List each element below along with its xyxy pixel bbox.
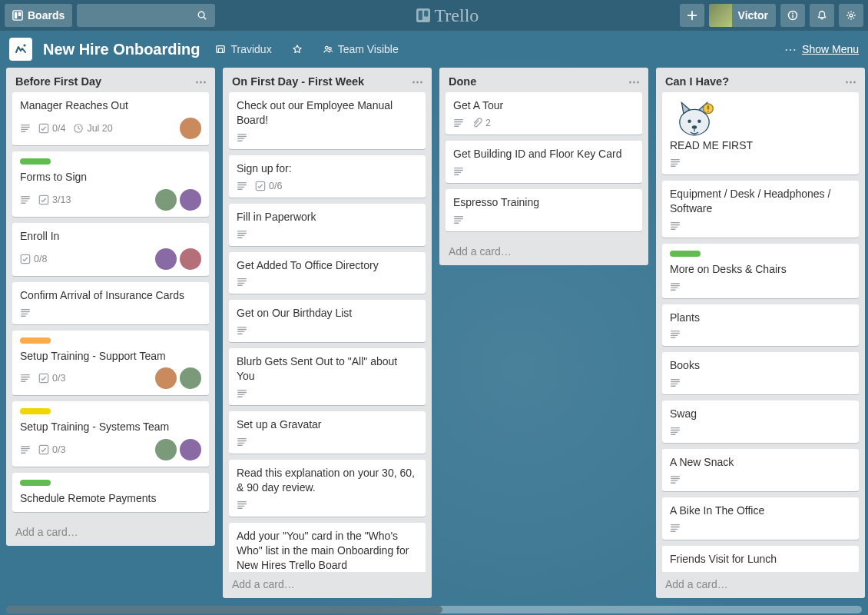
description-icon (237, 437, 247, 447)
member-avatar[interactable] (180, 189, 201, 211)
card[interactable]: Espresso Training (446, 189, 642, 231)
board-header: New Hire Onboarding Travidux Team Visibl… (0, 31, 868, 68)
card[interactable]: Books (662, 352, 859, 394)
board-title[interactable]: New Hire Onboarding (43, 41, 200, 58)
card-title: Confirm Arrival of Insurance Cards (20, 288, 201, 303)
horizontal-scrollbar[interactable] (6, 606, 862, 613)
card-title: A New Snack (670, 455, 851, 470)
card[interactable]: Set up a Gravatar (229, 411, 426, 454)
trello-logo[interactable]: Trello (416, 5, 479, 26)
member-avatar[interactable] (180, 367, 201, 389)
card[interactable]: READ ME FIRST (662, 92, 859, 175)
card-badges (237, 277, 418, 288)
list-menu-button[interactable]: ⋯ (845, 75, 857, 88)
svg-rect-13 (217, 46, 225, 53)
add-card-button[interactable]: Add a card… (439, 239, 648, 265)
card[interactable]: Get A Tour2 (446, 92, 642, 135)
svg-point-11 (850, 14, 853, 17)
card[interactable]: Enroll In0/8 (12, 223, 209, 276)
list-header[interactable]: Can I Have?⋯ (656, 68, 865, 92)
card[interactable]: Sign up for:0/6 (229, 155, 426, 198)
checklist-badge: 0/8 (20, 254, 47, 264)
card[interactable]: A New Snack (662, 449, 859, 491)
user-menu[interactable]: Victor (709, 4, 776, 27)
card[interactable]: Schedule Remote Payments (12, 473, 209, 512)
card[interactable]: Read this explanation on your 30, 60, & … (229, 460, 426, 517)
member-avatar[interactable] (155, 189, 177, 211)
checklist-badge: 0/3 (38, 373, 65, 384)
list-header[interactable]: Before First Day⋯ (6, 68, 215, 92)
list: Before First Day⋯Manager Reaches Out0/4J… (6, 68, 215, 546)
svg-rect-10 (792, 15, 793, 18)
card-members (180, 118, 201, 139)
member-avatar[interactable] (180, 439, 201, 460)
card[interactable]: Get on Our Birthday List (229, 300, 426, 342)
bell-icon (817, 10, 827, 21)
description-icon (237, 132, 247, 143)
list-menu-button[interactable]: ⋯ (195, 75, 207, 88)
member-avatar[interactable] (180, 248, 201, 270)
create-button[interactable] (680, 4, 704, 27)
card-title: Blurb Gets Sent Out to "All" about You (237, 354, 418, 384)
card[interactable]: Friends Visit for Lunch (662, 546, 859, 572)
info-button[interactable] (780, 4, 805, 27)
card[interactable]: Add your "You" card in the "Who's Who" l… (229, 523, 426, 572)
card[interactable]: Manager Reaches Out0/4Jul 20 (12, 92, 209, 145)
card[interactable]: More on Desks & Chairs (662, 244, 859, 298)
add-card-button[interactable]: Add a card… (6, 520, 215, 546)
card-title: Sign up for: (237, 161, 418, 176)
label-orange (20, 337, 51, 344)
svg-rect-2 (18, 12, 22, 16)
card-title: Espresso Training (453, 195, 634, 210)
card[interactable]: Forms to Sign3/13 (12, 151, 209, 217)
boards-button[interactable]: Boards (5, 4, 72, 27)
member-avatar[interactable] (155, 248, 177, 270)
notifications-button[interactable] (810, 4, 834, 27)
card[interactable]: Get Building ID and Floor Key Card (446, 141, 642, 183)
add-card-button[interactable]: Add a card… (656, 572, 865, 598)
card[interactable]: Setup Training - Support Team0/3 (12, 331, 209, 396)
card-title: Check out our Employee Manual Board! (237, 98, 418, 128)
card[interactable]: Plants (662, 304, 859, 347)
star-button[interactable] (287, 41, 307, 58)
list-header[interactable]: Done⋯ (439, 68, 648, 92)
description-icon (670, 474, 681, 485)
card[interactable]: Swag (662, 401, 859, 443)
card-badges (237, 388, 418, 399)
visibility-button[interactable]: Team Visible (318, 40, 403, 58)
team-icon (323, 44, 333, 55)
member-avatar[interactable] (155, 367, 177, 389)
card[interactable]: Check out our Employee Manual Board! (229, 92, 426, 149)
card[interactable]: Blurb Gets Sent Out to "All" about You (229, 348, 426, 405)
card-badges (670, 426, 851, 437)
card[interactable]: Equipment / Desk / Headphones / Software (662, 181, 859, 238)
card[interactable]: A Bike In The Office (662, 497, 859, 540)
card[interactable]: Fill in Paperwork (229, 204, 426, 246)
org-button[interactable]: Travidux (210, 40, 276, 58)
member-avatar[interactable] (180, 118, 201, 139)
card[interactable]: Setup Training - Systems Team0/3 (12, 401, 209, 467)
show-menu-button[interactable]: Show Menu (802, 43, 859, 55)
add-card-button[interactable]: Add a card… (223, 572, 432, 598)
svg-point-3 (199, 12, 205, 18)
board-canvas[interactable]: Before First Day⋯Manager Reaches Out0/4J… (0, 68, 868, 604)
member-avatar[interactable] (155, 439, 177, 460)
list-header[interactable]: On First Day - First Week⋯ (223, 68, 432, 92)
card-badges (670, 523, 851, 534)
list-menu-button[interactable]: ⋯ (412, 75, 424, 88)
card-title: Plants (670, 311, 851, 325)
list-title: Can I Have? (665, 75, 729, 88)
card-title: Set up a Gravatar (237, 417, 418, 432)
search-input[interactable] (77, 4, 215, 27)
card[interactable]: Confirm Arrival of Insurance Cards (12, 282, 209, 324)
list: On First Day - First Week⋯Check out our … (223, 68, 432, 598)
card[interactable]: Get Added To Office Directory (229, 252, 426, 294)
settings-button[interactable] (839, 4, 863, 27)
label-yellow (20, 408, 51, 414)
card-badges (670, 377, 851, 388)
description-icon (20, 123, 31, 134)
info-icon (787, 10, 798, 21)
list-menu-button[interactable]: ⋯ (628, 75, 641, 88)
list: Can I Have?⋯READ ME FIRSTEquipment / Des… (656, 68, 865, 598)
card-badges (453, 166, 634, 177)
